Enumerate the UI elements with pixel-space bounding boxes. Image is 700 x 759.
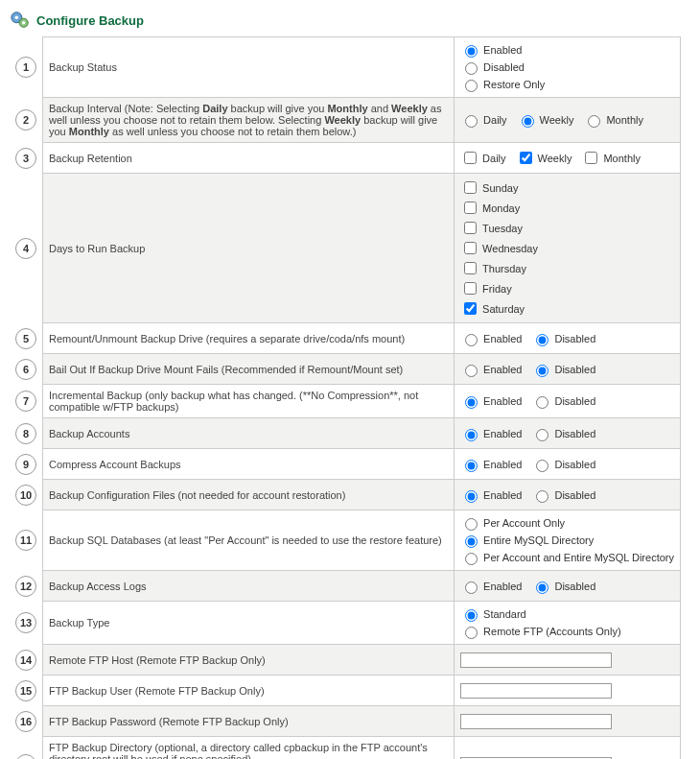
radio-option[interactable]: Per Account and Entire MySQL Directory	[460, 550, 674, 565]
row-value	[455, 645, 681, 676]
radio-option[interactable]: Disabled	[460, 59, 674, 75]
radio-option[interactable]: Enabled	[460, 331, 522, 346]
row-value	[455, 706, 681, 737]
page-title: Configure Backup	[36, 13, 144, 28]
checkbox-option[interactable]: Wednesday	[460, 239, 674, 257]
config-table: 1Backup StatusEnabledDisabledRestore Onl…	[10, 36, 681, 759]
checkbox-option[interactable]: Daily	[460, 149, 505, 167]
radio-input[interactable]	[536, 490, 548, 503]
row-number-badge: 1	[15, 57, 36, 78]
text-input[interactable]	[460, 714, 612, 729]
radio-option[interactable]: Enabled	[460, 579, 522, 594]
radio-input[interactable]	[465, 115, 478, 128]
checkbox-option[interactable]: Monday	[460, 199, 674, 217]
row-number-badge: 13	[15, 612, 36, 633]
radio-input[interactable]	[588, 115, 600, 128]
radio-input[interactable]	[536, 460, 548, 472]
radio-input[interactable]	[465, 45, 478, 58]
radio-input[interactable]	[465, 396, 478, 409]
radio-option[interactable]: Remote FTP (Accounts Only)	[460, 624, 674, 639]
radio-input[interactable]	[536, 365, 548, 377]
radio-option[interactable]: Per Account Only	[460, 515, 674, 531]
row-label: Remote FTP Host (Remote FTP Backup Only)	[43, 645, 455, 676]
row-label: Compress Account Backups	[43, 449, 455, 480]
radio-input[interactable]	[465, 581, 478, 594]
text-input[interactable]	[460, 683, 612, 699]
radio-input[interactable]	[465, 627, 478, 639]
radio-option[interactable]: Enabled	[460, 362, 522, 377]
radio-option[interactable]: Disabled	[531, 393, 595, 409]
row-number-badge: 10	[15, 485, 36, 506]
row-number: 9	[10, 449, 43, 480]
row-number-badge: 17	[15, 754, 36, 759]
radio-input[interactable]	[465, 460, 478, 472]
radio-option[interactable]: Disabled	[531, 457, 595, 472]
checkbox-option[interactable]: Monthly	[581, 149, 641, 167]
radio-option[interactable]: Enabled	[460, 487, 522, 503]
checkbox-input[interactable]	[464, 282, 477, 295]
checkbox-option[interactable]: Saturday	[460, 299, 674, 318]
checkbox-option[interactable]: Weekly	[516, 149, 572, 167]
radio-input[interactable]	[465, 490, 478, 503]
row-number: 7	[10, 385, 43, 418]
radio-option[interactable]: Restore Only	[460, 77, 674, 92]
radio-input[interactable]	[465, 553, 478, 565]
radio-input[interactable]	[465, 80, 478, 92]
radio-input[interactable]	[536, 429, 548, 441]
radio-input[interactable]	[465, 518, 478, 531]
checkbox-input[interactable]	[464, 262, 477, 274]
radio-option[interactable]: Entire MySQL Directory	[460, 533, 674, 548]
radio-option[interactable]: Disabled	[531, 579, 595, 594]
radio-input[interactable]	[465, 62, 478, 75]
radio-option[interactable]: Monthly	[583, 112, 643, 128]
radio-input[interactable]	[522, 115, 534, 128]
radio-input[interactable]	[465, 334, 478, 346]
row-label: Days to Run Backup	[43, 174, 455, 323]
option-label: Disabled	[554, 395, 595, 407]
checkbox-option[interactable]: Tuesday	[460, 219, 674, 237]
row-number: 3	[10, 143, 43, 174]
radio-input[interactable]	[465, 429, 478, 441]
row-label: FTP Backup Password (Remote FTP Backup O…	[43, 706, 455, 737]
checkbox-option[interactable]: Sunday	[460, 178, 674, 197]
checkbox-input[interactable]	[520, 152, 532, 164]
row-number: 16	[10, 706, 43, 737]
radio-option[interactable]: Disabled	[531, 487, 595, 503]
checkbox-input[interactable]	[464, 152, 477, 164]
option-label: Disabled	[554, 489, 595, 501]
checkbox-input[interactable]	[464, 242, 477, 254]
radio-input[interactable]	[536, 396, 548, 409]
checkbox-option[interactable]: Friday	[460, 279, 674, 297]
checkbox-input[interactable]	[464, 302, 477, 315]
checkbox-input[interactable]	[464, 222, 477, 234]
radio-option[interactable]: Disabled	[531, 331, 595, 346]
radio-option[interactable]: Disabled	[531, 362, 595, 377]
radio-input[interactable]	[536, 334, 548, 346]
checkbox-input[interactable]	[464, 181, 477, 194]
option-label: Monthly	[606, 114, 643, 126]
row-number-badge: 4	[15, 238, 36, 259]
checkbox-input[interactable]	[464, 202, 477, 214]
radio-option[interactable]: Weekly	[517, 112, 574, 128]
radio-input[interactable]	[536, 581, 548, 594]
checkbox-option[interactable]: Thursday	[460, 259, 674, 277]
radio-input[interactable]	[465, 535, 478, 548]
row-value: EnabledDisabled	[455, 449, 681, 480]
text-input[interactable]	[460, 652, 612, 668]
radio-option[interactable]: Daily	[460, 112, 506, 128]
radio-input[interactable]	[465, 609, 478, 622]
radio-input[interactable]	[465, 365, 478, 377]
option-label: Disabled	[554, 364, 595, 375]
option-label: Per Account and Entire MySQL Directory	[483, 552, 674, 563]
radio-option[interactable]: Standard	[460, 606, 674, 622]
radio-option[interactable]: Enabled	[460, 457, 522, 472]
radio-option[interactable]: Enabled	[460, 426, 522, 441]
row-label: Remount/Unmount Backup Drive (requires a…	[43, 323, 455, 354]
row-number: 1	[10, 37, 43, 98]
radio-option[interactable]: Enabled	[460, 393, 522, 409]
option-label: Enabled	[483, 459, 522, 470]
checkbox-input[interactable]	[585, 152, 597, 164]
radio-option[interactable]: Disabled	[531, 426, 595, 441]
radio-option[interactable]: Enabled	[460, 42, 674, 58]
row-label: FTP Backup User (Remote FTP Backup Only)	[43, 676, 455, 706]
